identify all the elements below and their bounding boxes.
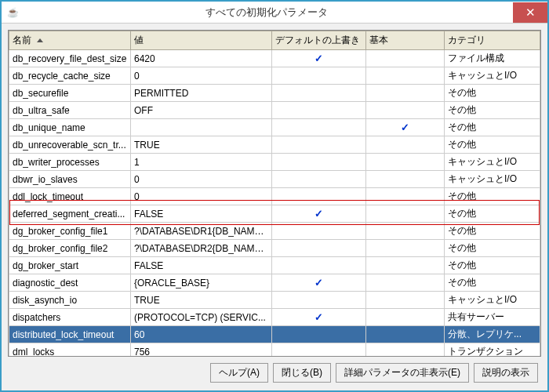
cell-value[interactable]: PERMITTED	[131, 85, 272, 102]
col-header-basic[interactable]: 基本	[366, 31, 445, 50]
cell-value[interactable]	[131, 119, 272, 136]
cell-value[interactable]: 0	[131, 188, 272, 205]
table-row[interactable]: dg_broker_startFALSEその他	[9, 257, 540, 274]
cell-category: その他	[445, 257, 540, 274]
cell-basic	[366, 205, 445, 223]
help-button[interactable]: ヘルプ(A)	[210, 363, 268, 383]
cell-value[interactable]: TRUE	[131, 136, 272, 154]
cell-value[interactable]: ?\DATABASE\DR2{DB_NAME...	[131, 240, 272, 257]
cell-value[interactable]: 0	[131, 67, 272, 85]
table-row[interactable]: db_recovery_file_dest_size6420✓ファイル構成	[9, 50, 540, 67]
button-row: ヘルプ(A) 閉じる(B) 詳細パラメータの非表示(E) 説明の表示	[8, 357, 541, 384]
cell-value[interactable]: FALSE	[131, 205, 272, 223]
cell-default-override	[272, 154, 366, 171]
cell-basic	[366, 326, 445, 343]
cell-category: 分散、レプリケ...	[445, 326, 540, 343]
table-row[interactable]: ddl_lock_timeout0その他	[9, 188, 540, 205]
table-row[interactable]: db_ultra_safeOFFその他	[9, 102, 540, 119]
hide-detail-params-button[interactable]: 詳細パラメータの非表示(E)	[336, 363, 469, 383]
close-button[interactable]: ✕	[513, 2, 547, 23]
cell-default-override	[272, 240, 366, 257]
table-row[interactable]: db_securefilePERMITTEDその他	[9, 85, 540, 102]
table-body: db_recovery_file_dest_size6420✓ファイル構成db_…	[9, 50, 540, 358]
cell-default-override: ✓	[272, 50, 366, 67]
titlebar: ☕ すべての初期化パラメータ ✕	[2, 2, 547, 24]
cell-default-override	[272, 171, 366, 188]
cell-name: disk_asynch_io	[9, 292, 131, 309]
cell-default-override	[272, 67, 366, 85]
cell-value[interactable]: ?\DATABASE\DR1{DB_NAME...	[131, 223, 272, 240]
sort-asc-icon	[37, 38, 43, 42]
table-row[interactable]: dispatchers(PROTOCOL=TCP) (SERVIC...✓共有サ…	[9, 309, 540, 326]
cell-value[interactable]: 0	[131, 171, 272, 188]
cell-value[interactable]: 60	[131, 326, 272, 343]
cell-value[interactable]: 1	[131, 154, 272, 171]
cell-name: dbwr_io_slaves	[9, 171, 131, 188]
parameters-table: 名前 値 デフォルトの上書き 基本 カテゴリ db_recovery_file_…	[9, 31, 540, 357]
cell-default-override	[272, 257, 366, 274]
cell-default-override	[272, 85, 366, 102]
cell-category: キャッシュとI/O	[445, 154, 540, 171]
cell-category: 共有サーバー	[445, 309, 540, 326]
table-row[interactable]: diagnostic_dest{ORACLE_BASE}✓その他	[9, 274, 540, 292]
table-row[interactable]: deferred_segment_creati...FALSE✓その他	[9, 205, 540, 223]
table-row[interactable]: dml_locks756トランザクション	[9, 343, 540, 358]
cell-name: ddl_lock_timeout	[9, 188, 131, 205]
cell-name: dml_locks	[9, 343, 131, 358]
table-row[interactable]: disk_asynch_ioTRUEキャッシュとI/O	[9, 292, 540, 309]
cell-basic	[366, 257, 445, 274]
col-header-value[interactable]: 値	[131, 31, 272, 50]
cell-value[interactable]: 6420	[131, 50, 272, 67]
cell-name: diagnostic_dest	[9, 274, 131, 292]
col-header-name-label: 名前	[13, 34, 31, 45]
cell-basic	[366, 67, 445, 85]
java-icon: ☕	[5, 5, 20, 20]
show-description-button[interactable]: 説明の表示	[474, 363, 538, 383]
cell-basic	[366, 292, 445, 309]
cell-name: dispatchers	[9, 309, 131, 326]
col-header-name[interactable]: 名前	[9, 31, 131, 50]
col-header-default-override[interactable]: デフォルトの上書き	[272, 31, 366, 50]
cell-default-override	[272, 136, 366, 154]
table-row[interactable]: distributed_lock_timeout60分散、レプリケ...	[9, 326, 540, 343]
cell-name: db_unrecoverable_scn_tr...	[9, 136, 131, 154]
cell-value[interactable]: 756	[131, 343, 272, 358]
cell-basic	[366, 50, 445, 67]
cell-name: dg_broker_config_file2	[9, 240, 131, 257]
cell-value[interactable]: (PROTOCOL=TCP) (SERVIC...	[131, 309, 272, 326]
cell-category: キャッシュとI/O	[445, 67, 540, 85]
cell-name: db_securefile	[9, 85, 131, 102]
cell-value[interactable]: OFF	[131, 102, 272, 119]
cell-default-override	[272, 343, 366, 358]
cell-basic	[366, 343, 445, 358]
col-header-category[interactable]: カテゴリ	[445, 31, 540, 50]
cell-basic	[366, 309, 445, 326]
cell-category: その他	[445, 274, 540, 292]
table-row[interactable]: db_unique_name✓その他	[9, 119, 540, 136]
cell-category: トランザクション	[445, 343, 540, 358]
cell-default-override	[272, 326, 366, 343]
cell-basic	[366, 171, 445, 188]
cell-value[interactable]: {ORACLE_BASE}	[131, 274, 272, 292]
cell-value[interactable]: TRUE	[131, 292, 272, 309]
cell-default-override: ✓	[272, 274, 366, 292]
cell-name: deferred_segment_creati...	[9, 205, 131, 223]
table-row[interactable]: dbwr_io_slaves0キャッシュとI/O	[9, 171, 540, 188]
dialog-window: ☕ すべての初期化パラメータ ✕ 名前	[0, 0, 549, 392]
table-inner: 名前 値 デフォルトの上書き 基本 カテゴリ db_recovery_file_…	[9, 31, 540, 357]
cell-basic	[366, 188, 445, 205]
window-title: すべての初期化パラメータ	[20, 5, 513, 20]
cell-name: dg_broker_config_file1	[9, 223, 131, 240]
table-row[interactable]: db_writer_processes1キャッシュとI/O	[9, 154, 540, 171]
cell-category: その他	[445, 240, 540, 257]
cell-value[interactable]: FALSE	[131, 257, 272, 274]
table-row[interactable]: dg_broker_config_file2?\DATABASE\DR2{DB_…	[9, 240, 540, 257]
cell-name: dg_broker_start	[9, 257, 131, 274]
cell-default-override	[272, 223, 366, 240]
table-row[interactable]: db_unrecoverable_scn_tr...TRUEその他	[9, 136, 540, 154]
cell-category: キャッシュとI/O	[445, 292, 540, 309]
table-row[interactable]: dg_broker_config_file1?\DATABASE\DR1{DB_…	[9, 223, 540, 240]
cell-basic	[366, 85, 445, 102]
table-row[interactable]: db_recycle_cache_size0キャッシュとI/O	[9, 67, 540, 85]
close-dialog-button[interactable]: 閉じる(B)	[273, 363, 331, 383]
